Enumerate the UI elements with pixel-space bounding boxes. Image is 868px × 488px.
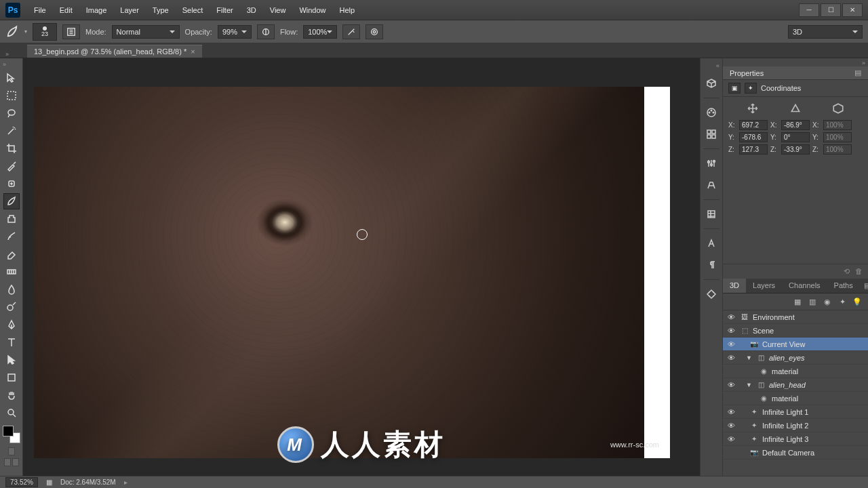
- trash-icon[interactable]: 🗑: [855, 267, 863, 276]
- current-tool-icon[interactable]: [5, 25, 19, 39]
- menu-help[interactable]: Help: [333, 3, 362, 17]
- camera-icon[interactable]: ▣: [728, 83, 741, 94]
- document-tab[interactable]: 13_begin.psd @ 73.5% (alien_head, RGB/8)…: [27, 45, 202, 58]
- character-panel-icon[interactable]: [704, 236, 719, 251]
- status-menu-icon[interactable]: ▸: [124, 479, 127, 486]
- 3d-panel-icon[interactable]: [704, 76, 719, 91]
- adjustments-panel-icon[interactable]: [704, 156, 719, 171]
- tree-row[interactable]: 👁✦Infinite Light 3: [723, 432, 868, 446]
- coord-x-rotation-input[interactable]: -86.9°: [781, 120, 810, 130]
- filter-scene-icon[interactable]: ▦: [792, 296, 803, 307]
- brush-panel-toggle-button[interactable]: [62, 24, 80, 39]
- blur-tool[interactable]: [3, 281, 20, 298]
- visibility-eye-icon[interactable]: 👁: [726, 422, 736, 430]
- foreground-color-swatch[interactable]: [3, 426, 14, 436]
- coord-y-position-input[interactable]: -678.6: [739, 132, 768, 142]
- window-minimize-button[interactable]: ─: [799, 3, 819, 17]
- close-tab-icon[interactable]: ×: [191, 47, 195, 56]
- color-swatches[interactable]: [3, 426, 20, 443]
- tree-row[interactable]: 📷Default Camera: [723, 446, 868, 460]
- hand-tool[interactable]: [3, 387, 20, 403]
- eraser-tool[interactable]: [3, 246, 20, 262]
- workspace-select[interactable]: 3D: [788, 25, 863, 39]
- color-panel-icon[interactable]: [704, 105, 719, 120]
- coord-z-rotation-input[interactable]: -33.9°: [781, 144, 810, 155]
- filter-light-icon[interactable]: ✦: [837, 296, 848, 307]
- tab-channels[interactable]: Channels: [782, 279, 827, 293]
- disclose-chevron-icon[interactable]: ▼: [746, 382, 753, 388]
- zoom-tool[interactable]: [3, 405, 20, 421]
- history-brush-tool[interactable]: [3, 228, 20, 245]
- expand-chevron-icon[interactable]: «: [716, 62, 719, 69]
- collapse-chevron-icon[interactable]: »: [3, 61, 6, 68]
- filter-camera-icon[interactable]: 💡: [852, 296, 863, 307]
- properties-panel-tab[interactable]: Properties ▤: [723, 66, 868, 80]
- visibility-eye-icon[interactable]: 👁: [726, 408, 736, 416]
- menu-layer[interactable]: Layer: [113, 3, 146, 17]
- menu-edit[interactable]: Edit: [53, 3, 79, 17]
- eyedropper-tool[interactable]: [3, 158, 20, 174]
- collapse-chevron-icon[interactable]: »: [5, 51, 9, 58]
- tree-row[interactable]: 👁✦Infinite Light 2: [723, 419, 868, 432]
- flow-input[interactable]: 100%: [303, 25, 337, 39]
- menu-3d[interactable]: 3D: [240, 3, 263, 17]
- move-mode-icon[interactable]: [743, 101, 762, 116]
- tree-row[interactable]: 👁✦Infinite Light 1: [723, 405, 868, 419]
- visibility-eye-icon[interactable]: 👁: [726, 340, 736, 348]
- coord-z-position-input[interactable]: 127.3: [739, 144, 768, 155]
- swatches-panel-icon[interactable]: [704, 127, 719, 142]
- brush-tool[interactable]: [3, 193, 20, 209]
- tool-presets-icon[interactable]: [704, 287, 719, 302]
- crop-tool[interactable]: [3, 140, 20, 157]
- tree-row[interactable]: 👁🖼Environment: [723, 310, 868, 324]
- document-canvas[interactable]: [34, 87, 670, 458]
- magic-wand-tool[interactable]: [3, 123, 20, 139]
- visibility-eye-icon[interactable]: 👁: [726, 327, 736, 335]
- tab-paths[interactable]: Paths: [827, 279, 860, 293]
- visibility-eye-icon[interactable]: 👁: [726, 381, 736, 389]
- styles-panel-icon[interactable]: [704, 178, 719, 192]
- tab-3d[interactable]: 3D: [723, 279, 746, 293]
- chevron-down-icon[interactable]: ▾: [24, 28, 27, 35]
- pen-tool[interactable]: [3, 317, 20, 333]
- tree-row[interactable]: 👁📷Current View: [723, 338, 868, 351]
- tree-row[interactable]: 👁▼◫alien_eyes: [723, 351, 868, 365]
- type-tool[interactable]: [3, 334, 20, 350]
- screen-mode-button[interactable]: [12, 458, 19, 466]
- brushes-panel-icon[interactable]: [704, 207, 719, 222]
- opacity-input[interactable]: 99%: [218, 25, 252, 39]
- filter-mesh-icon[interactable]: ▥: [807, 296, 818, 307]
- menu-type[interactable]: Type: [146, 3, 176, 17]
- marquee-tool[interactable]: [3, 87, 20, 104]
- paragraph-panel-icon[interactable]: [704, 258, 719, 272]
- shape-tool[interactable]: [3, 369, 20, 386]
- pressure-opacity-button[interactable]: [257, 24, 275, 39]
- gradient-tool[interactable]: [3, 264, 20, 280]
- scale-mode-icon[interactable]: [829, 101, 848, 116]
- pressure-size-button[interactable]: [366, 24, 383, 39]
- visibility-eye-icon[interactable]: 👁: [726, 313, 736, 321]
- clone-stamp-tool[interactable]: [3, 211, 20, 227]
- tree-row[interactable]: ◉material: [723, 392, 868, 405]
- visibility-eye-icon[interactable]: 👁: [726, 435, 736, 443]
- coord-y-rotation-input[interactable]: 0°: [781, 132, 810, 142]
- healing-brush-tool[interactable]: [3, 176, 20, 192]
- zoom-level-input[interactable]: 73.52%: [5, 477, 38, 487]
- tab-layers[interactable]: Layers: [746, 279, 782, 293]
- panel-menu-icon[interactable]: ▤: [854, 68, 861, 77]
- disclose-chevron-icon[interactable]: ▼: [746, 354, 753, 361]
- collapse-chevron-icon[interactable]: »: [862, 60, 865, 66]
- menu-image[interactable]: Image: [79, 3, 114, 17]
- move-tool[interactable]: [3, 70, 20, 86]
- tree-row[interactable]: 👁⬚Scene: [723, 324, 868, 338]
- screen-mode-button[interactable]: [4, 458, 11, 466]
- menu-view[interactable]: View: [263, 3, 293, 17]
- reset-icon[interactable]: ⟲: [844, 267, 850, 276]
- coord-x-position-input[interactable]: 697.2: [739, 120, 768, 130]
- brush-preset-picker[interactable]: 23: [33, 23, 57, 41]
- lasso-tool[interactable]: [3, 105, 20, 121]
- canvas-area[interactable]: M 人人素材 www.rr-sc.com: [23, 58, 700, 476]
- menu-window[interactable]: Window: [292, 3, 332, 17]
- menu-file[interactable]: File: [27, 3, 53, 17]
- doc-info-icon[interactable]: ▦: [46, 479, 52, 486]
